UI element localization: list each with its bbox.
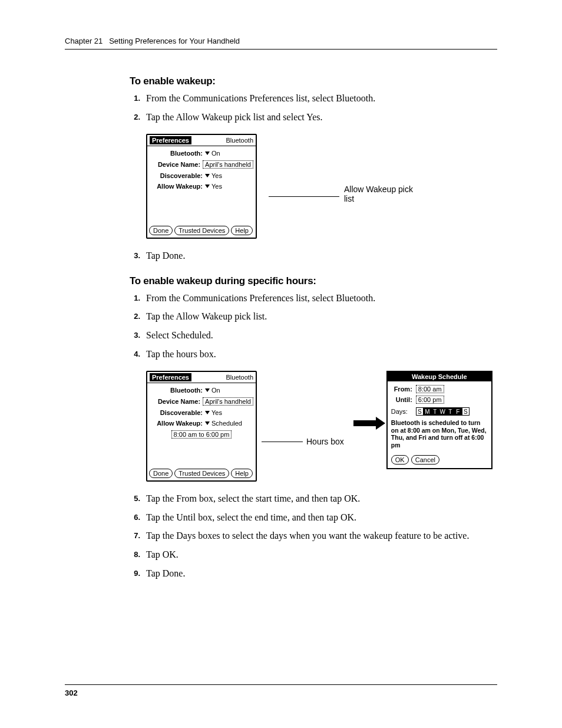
step-number: 7. bbox=[130, 529, 140, 542]
picklist-discoverable[interactable]: Yes bbox=[205, 409, 222, 416]
step-text: Tap the Days boxes to select the days wh… bbox=[146, 529, 497, 542]
day-toggle-wed[interactable]: W bbox=[439, 407, 447, 416]
step-text: Tap the From box, select the start time,… bbox=[146, 492, 497, 505]
label-allow-wakeup: Allow Wakeup: bbox=[150, 183, 203, 190]
day-toggle-tue[interactable]: T bbox=[431, 407, 439, 416]
figure-bluetooth-prefs-2: Preferences Bluetooth Bluetooth:On Devic… bbox=[146, 371, 497, 482]
label-until: Until: bbox=[391, 396, 412, 403]
label-discoverable: Discoverable: bbox=[150, 172, 203, 179]
page-number: 302 bbox=[65, 684, 497, 697]
dialog-wakeup-schedule: Wakeup Schedule From:8:00 am Until:6:00 … bbox=[386, 371, 492, 469]
label-bluetooth: Bluetooth: bbox=[150, 387, 203, 394]
picklist-allow-wakeup[interactable]: Yes bbox=[205, 183, 222, 190]
section-heading-enable-wakeup-scheduled: To enable wakeup during specific hours: bbox=[130, 275, 497, 287]
done-button[interactable]: Done bbox=[149, 469, 173, 478]
label-bluetooth: Bluetooth: bbox=[150, 150, 203, 157]
picklist-discoverable[interactable]: Yes bbox=[205, 172, 222, 179]
done-button[interactable]: Done bbox=[149, 226, 173, 235]
label-device-name: Device Name: bbox=[150, 398, 200, 405]
schedule-summary-text: Bluetooth is scheduled to turn on at 8:0… bbox=[391, 419, 488, 449]
day-toggle-mon[interactable]: M bbox=[424, 407, 431, 416]
running-header: Chapter 21 Setting Preferences for Your … bbox=[65, 37, 497, 50]
callout-leader-line bbox=[269, 196, 339, 197]
step-text: Tap the Allow Wakeup pick list and selec… bbox=[146, 111, 497, 124]
callout-leader-line bbox=[262, 442, 303, 442]
help-button[interactable]: Help bbox=[231, 469, 253, 478]
step-text: Tap Done. bbox=[146, 249, 497, 262]
step-number: 5. bbox=[130, 492, 140, 505]
field-from-time[interactable]: 8:00 am bbox=[416, 385, 444, 393]
step-text: Tap OK. bbox=[146, 548, 497, 561]
figure-bluetooth-prefs-1: Preferences Bluetooth Bluetooth:On Devic… bbox=[146, 134, 497, 239]
ok-button[interactable]: OK bbox=[391, 455, 409, 465]
day-toggle-thu[interactable]: T bbox=[447, 407, 454, 416]
palm-title-category[interactable]: Bluetooth bbox=[226, 374, 253, 381]
step-number: 1. bbox=[130, 292, 140, 305]
step-number: 6. bbox=[130, 511, 140, 524]
step-number: 2. bbox=[130, 111, 140, 124]
chevron-down-icon bbox=[205, 174, 210, 177]
palm-title-category[interactable]: Bluetooth bbox=[226, 137, 253, 144]
step-number: 9. bbox=[130, 567, 140, 580]
label-allow-wakeup: Allow Wakeup: bbox=[150, 420, 203, 427]
steps-list-2b: 5.Tap the From box, select the start tim… bbox=[130, 492, 497, 579]
palm-screen-preferences-scheduled: Preferences Bluetooth Bluetooth:On Devic… bbox=[146, 371, 257, 482]
steps-list-1b: 3.Tap Done. bbox=[130, 249, 497, 262]
palm-screen-preferences: Preferences Bluetooth Bluetooth:On Devic… bbox=[146, 134, 257, 239]
picklist-allow-wakeup[interactable]: Scheduled bbox=[205, 420, 242, 427]
field-hours-box[interactable]: 8:00 am to 6:00 pm bbox=[171, 430, 232, 439]
chevron-down-icon bbox=[205, 185, 210, 188]
field-device-name[interactable]: April's handheld bbox=[203, 397, 253, 406]
step-number: 3. bbox=[130, 249, 140, 262]
chevron-down-icon bbox=[205, 388, 210, 392]
steps-list-1: 1.From the Communications Preferences li… bbox=[130, 92, 497, 123]
field-device-name[interactable]: April's handheld bbox=[203, 160, 253, 169]
chapter-title: Setting Preferences for Your Handheld bbox=[109, 37, 240, 45]
step-text: Tap Done. bbox=[146, 567, 497, 580]
label-from: From: bbox=[391, 386, 412, 393]
step-number: 1. bbox=[130, 92, 140, 105]
callout-hours-box: Hours box bbox=[306, 437, 344, 446]
field-until-time[interactable]: 6:00 pm bbox=[416, 396, 444, 404]
step-text: Tap the hours box. bbox=[146, 348, 497, 361]
step-number: 3. bbox=[130, 329, 140, 342]
days-selector: S M T W T F S bbox=[416, 407, 470, 416]
palm-title-tab: Preferences bbox=[150, 136, 191, 144]
picklist-bluetooth[interactable]: On bbox=[205, 150, 220, 157]
step-text: From the Communications Preferences list… bbox=[146, 292, 497, 305]
step-text: Tap the Until box, select the end time, … bbox=[146, 511, 497, 524]
trusted-devices-button[interactable]: Trusted Devices bbox=[174, 469, 229, 478]
chevron-down-icon bbox=[205, 421, 210, 425]
day-toggle-fri[interactable]: F bbox=[454, 407, 462, 416]
label-days: Days: bbox=[391, 408, 412, 415]
step-text: Select Scheduled. bbox=[146, 329, 497, 342]
chapter-label: Chapter 21 bbox=[65, 37, 103, 45]
callout-allow-wakeup: Allow Wakeup pick list bbox=[344, 185, 415, 203]
day-toggle-sat[interactable]: S bbox=[462, 407, 470, 416]
section-heading-enable-wakeup: To enable wakeup: bbox=[130, 75, 497, 87]
help-button[interactable]: Help bbox=[231, 226, 253, 235]
label-device-name: Device Name: bbox=[150, 161, 200, 168]
step-number: 4. bbox=[130, 348, 140, 361]
step-text: From the Communications Preferences list… bbox=[146, 92, 497, 105]
step-number: 8. bbox=[130, 548, 140, 561]
chevron-down-icon bbox=[205, 411, 210, 414]
step-text: Tap the Allow Wakeup pick list. bbox=[146, 310, 497, 323]
dialog-title: Wakeup Schedule bbox=[388, 372, 491, 381]
label-discoverable: Discoverable: bbox=[150, 409, 203, 416]
cancel-button[interactable]: Cancel bbox=[411, 455, 439, 465]
chevron-down-icon bbox=[205, 151, 210, 155]
step-number: 2. bbox=[130, 310, 140, 323]
trusted-devices-button[interactable]: Trusted Devices bbox=[174, 226, 229, 235]
palm-title-tab: Preferences bbox=[150, 373, 191, 381]
day-toggle-sun[interactable]: S bbox=[416, 407, 424, 416]
steps-list-2: 1.From the Communications Preferences li… bbox=[130, 292, 497, 360]
arrow-icon bbox=[349, 371, 382, 429]
picklist-bluetooth[interactable]: On bbox=[205, 387, 220, 394]
